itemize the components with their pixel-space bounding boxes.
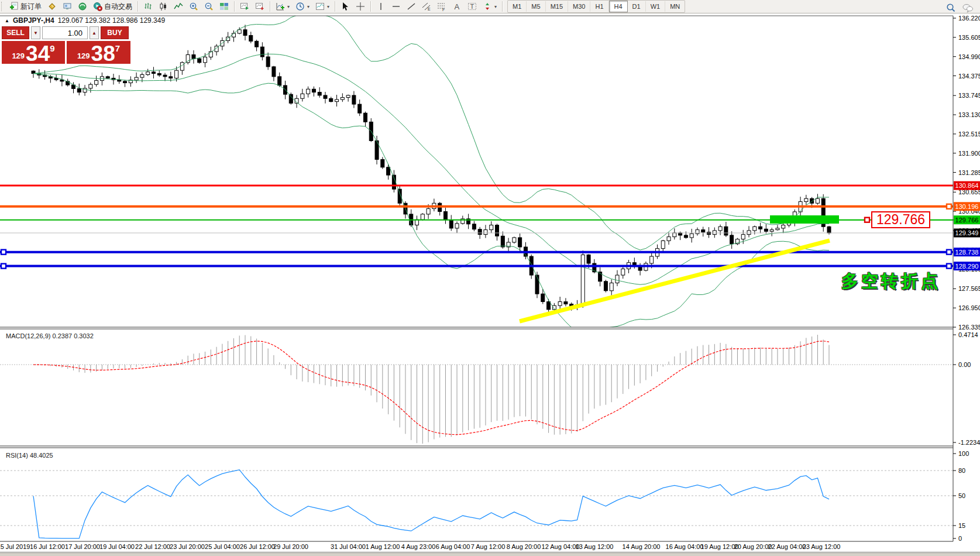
auto-arrange-button[interactable] [238,0,252,13]
time-axis-label: 1 Aug 12:00 [366,543,400,550]
templates-button[interactable]: ▾ [313,0,332,13]
cursor-icon [341,2,350,11]
toolbar-separator [335,1,335,12]
line-handle[interactable] [1,250,6,255]
data-window-button[interactable] [60,0,74,13]
svg-text:132.515: 132.515 [958,131,980,138]
templates-icon [315,2,325,11]
chart-ohlc: 129.067 129.382 128.986 129.349 [58,16,166,25]
sell-price-tile[interactable]: 129 34 9 [2,41,65,64]
crosshair-button[interactable] [353,0,367,13]
time-axis-label: 19 Aug 12:00 [701,543,739,550]
horizontal-line-button[interactable] [389,0,403,13]
timeframe-button-W1[interactable]: W1 [646,1,666,12]
svg-text:129.349: 129.349 [955,229,979,236]
turning-point-annotation[interactable]: 多空转折点 [841,270,941,293]
collapse-trade-panel-icon[interactable]: ▲ [5,18,9,23]
svg-text:126.950: 126.950 [958,304,980,311]
svg-text:131.900: 131.900 [958,150,980,157]
svg-text:133.745: 133.745 [958,92,980,99]
zoom-in-button[interactable] [187,0,201,13]
time-axis-label: 19 Jul 04:00 [99,543,135,550]
bar-chart-button[interactable] [141,0,155,13]
volume-input[interactable] [42,26,88,39]
chevron-down-icon: ▾ [494,4,497,9]
timeframe-button-M5[interactable]: M5 [527,1,545,12]
equidistant-channel-button[interactable]: E [419,0,434,13]
time-axis-label: 7 Aug 12:00 [471,543,506,550]
line-handle[interactable] [1,264,6,269]
line-handle[interactable] [947,264,951,269]
text-icon: A [452,2,462,11]
line-chart-button[interactable] [171,0,185,13]
green-highlight-bar[interactable] [770,215,839,224]
svg-text:0.00: 0.00 [958,361,971,368]
timeframe-button-H4[interactable]: H4 [609,1,628,12]
time-axis-label: 17 Jul 20:00 [65,543,100,550]
chat-button[interactable] [960,1,976,15]
indicators-button[interactable]: ▾ [273,0,292,13]
text-label-button[interactable]: T [465,0,479,13]
price-callout-label[interactable]: 129.766 [871,211,930,228]
new-order-button[interactable]: 新订单 [7,0,44,13]
svg-text:50: 50 [958,492,965,499]
svg-text:134.990: 134.990 [958,53,980,60]
time-axis-label: 23 Jul 20:00 [170,543,205,550]
sell-price-prefix: 129 [12,52,25,60]
track-chart-button[interactable] [253,0,267,13]
trendline-button[interactable] [404,0,418,13]
fibo-letter: F [442,8,445,12]
line-handle[interactable] [947,250,951,255]
svg-text:127.565: 127.565 [958,285,980,292]
chevron-down-icon: ▾ [327,4,329,9]
timeframe-button-H1[interactable]: H1 [590,1,608,12]
tile-windows-button[interactable] [217,0,231,13]
timeframe-button-D1[interactable]: D1 [628,1,646,12]
zoom-out-button[interactable] [202,0,216,13]
market-watch-button[interactable] [45,0,59,13]
svg-text:135.605: 135.605 [958,34,980,41]
svg-text:A: A [455,2,460,11]
time-axis-label: 6 Aug 04:00 [436,543,470,550]
chart-canvas[interactable]: 136.220135.605134.990134.375133.745133.1… [0,13,980,556]
buy-button[interactable]: BUY [101,26,129,39]
sell-price-sup: 9 [50,43,54,53]
sell-button[interactable]: SELL [2,26,29,39]
auto-trading-label: 自动交易 [104,2,132,12]
crosshair-icon [356,2,365,11]
navigator-button[interactable] [75,0,90,13]
channel-letter: E [428,7,431,11]
line-handle[interactable] [947,204,951,209]
time-axis-label: 25 Jul 04:00 [205,543,240,550]
cursor-button[interactable] [338,0,352,13]
time-axis-label: 26 Jul 12:00 [240,543,275,550]
svg-text:130.864: 130.864 [955,182,979,189]
time-axis-label: 31 Jul 04:00 [331,543,366,550]
timeframe-button-MN[interactable]: MN [665,1,685,12]
time-axis-label: 16 Jul 12:00 [30,543,65,550]
buy-price-prefix: 129 [77,52,90,60]
svg-text:126.335: 126.335 [958,324,980,331]
time-axis-label: 20 Aug 20:00 [734,543,772,550]
auto-trading-button[interactable]: 自动交易 [91,0,135,13]
timeframe-button-M1[interactable]: M1 [508,1,527,12]
callout-handle[interactable] [865,218,869,222]
vertical-line-icon [376,2,386,11]
buy-price-tile[interactable]: 129 38 7 [67,41,130,64]
arrows-button[interactable]: ▾ [480,0,499,13]
one-click-trade-panel: SELL ▼ ▲ BUY 129 34 9 129 38 7 [2,26,132,64]
periods-button[interactable]: ▾ [293,0,312,13]
timeframe-button-M15[interactable]: M15 [546,1,568,12]
indicators-icon [276,2,285,11]
macd-panel [0,335,953,444]
timeframe-button-M30[interactable]: M30 [568,1,590,12]
text-button[interactable]: A [450,0,464,13]
bollinger-bands [33,15,829,331]
candlestick-chart-button[interactable] [156,0,170,13]
vertical-line-button[interactable] [374,0,388,13]
volume-increase-button[interactable]: ▲ [90,26,99,39]
time-axis-label: 22 Jul 12:00 [135,543,170,550]
volume-decrease-button[interactable]: ▼ [31,26,40,39]
fibonacci-button[interactable]: F [435,0,449,13]
search-button[interactable] [944,1,958,15]
